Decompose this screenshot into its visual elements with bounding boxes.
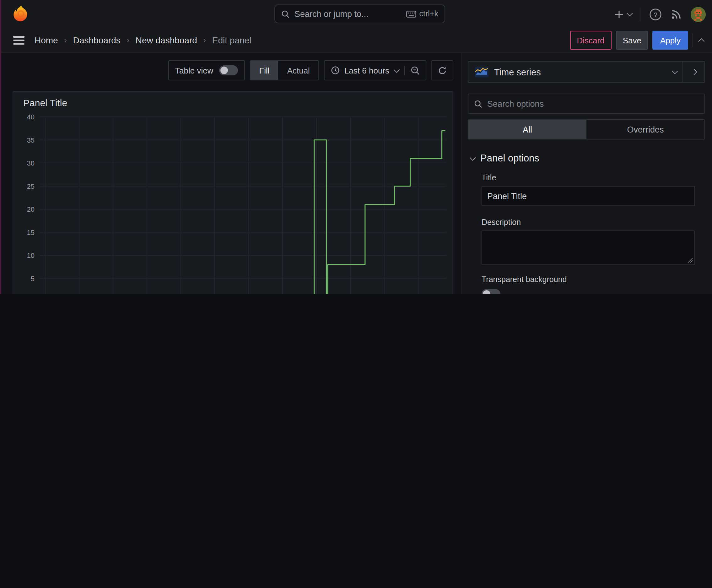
breadcrumb-bar: Home › Dashboards › New dashboard › Edit… <box>0 28 712 53</box>
help-button[interactable]: ? <box>649 8 662 20</box>
fill-actual-segmented: Fill Actual <box>250 60 319 80</box>
table-view-toggle[interactable]: Table view <box>168 60 244 80</box>
time-range-button[interactable]: Last 6 hours <box>325 61 404 80</box>
panel-options-section-header[interactable]: Panel options <box>470 153 705 164</box>
chevron-down-icon <box>470 154 476 161</box>
breadcrumb-edit-panel: Edit panel <box>212 35 252 45</box>
svg-text:20: 20 <box>27 205 35 213</box>
breadcrumb-separator: › <box>203 36 206 45</box>
svg-text:35: 35 <box>27 136 35 144</box>
news-rss-button[interactable] <box>671 8 682 20</box>
transparent-background-switch[interactable] <box>481 289 500 294</box>
breadcrumb-new-dashboard[interactable]: New dashboard <box>136 35 197 45</box>
fill-option[interactable]: Fill <box>250 61 278 80</box>
toggle-pane-button[interactable] <box>683 62 705 82</box>
search-shortcut: ctrl+k <box>419 9 438 18</box>
panel-title-value: Panel Title <box>487 191 527 201</box>
table-view-label: Table view <box>175 66 213 75</box>
options-search-placeholder: Search options <box>487 99 544 108</box>
timeseries-viz-icon <box>475 67 489 77</box>
time-range-label: Last 6 hours <box>344 66 389 75</box>
global-search-input[interactable]: Search or jump to... ctrl+k <box>274 4 445 23</box>
actual-option[interactable]: Actual <box>278 61 319 80</box>
breadcrumb-dashboards[interactable]: Dashboards <box>73 35 121 45</box>
description-label: Description <box>481 218 705 227</box>
all-overrides-tabs: All Overrides <box>468 119 705 140</box>
panel-edit-main: Table view Fill Actual Last 6 hours <box>0 52 461 294</box>
search-icon <box>281 10 289 18</box>
svg-text:40: 40 <box>27 113 35 121</box>
options-search-input[interactable]: Search options <box>468 93 705 114</box>
refresh-icon <box>438 66 447 75</box>
new-menu-button[interactable] <box>615 10 631 19</box>
discard-button[interactable]: Discard <box>570 31 611 50</box>
svg-text:?: ? <box>654 11 657 18</box>
apply-button[interactable]: Apply <box>653 31 688 50</box>
description-textarea[interactable] <box>481 231 695 265</box>
clock-icon <box>331 66 340 75</box>
plus-icon <box>615 10 624 19</box>
panel-title-input[interactable]: Panel Title <box>481 186 695 206</box>
visualization-name: Time series <box>494 67 666 77</box>
visualization-select[interactable]: Time series <box>468 62 683 82</box>
svg-text:5: 5 <box>31 275 35 283</box>
transparent-background-label: Transparent background <box>481 275 705 284</box>
breadcrumb: Home › Dashboards › New dashboard › Edit… <box>35 28 251 52</box>
svg-text:15: 15 <box>27 229 35 236</box>
grafana-edit-panel-screen: Search or jump to... ctrl+k <box>0 0 712 294</box>
resize-handle-icon[interactable] <box>688 257 693 263</box>
save-button[interactable]: Save <box>616 31 648 50</box>
collapse-header-button[interactable] <box>698 38 705 44</box>
chevron-down-icon <box>394 66 400 72</box>
breadcrumb-home[interactable]: Home <box>35 35 58 45</box>
chevron-down-icon <box>627 10 633 16</box>
svg-text:25: 25 <box>27 183 35 190</box>
panel-preview: Panel Title 051015202530354015:3016:0016… <box>13 91 453 294</box>
table-view-switch[interactable] <box>219 65 238 76</box>
timeseries-chart[interactable]: 051015202530354015:3016:0016:3017:0017:3… <box>17 112 450 294</box>
title-label: Title <box>481 173 705 182</box>
breadcrumb-separator: › <box>127 36 129 45</box>
chevron-right-icon <box>691 69 697 75</box>
top-app-bar: Search or jump to... ctrl+k <box>0 0 712 29</box>
tab-overrides[interactable]: Overrides <box>586 120 705 139</box>
menu-toggle-button[interactable] <box>13 36 24 45</box>
svg-text:10: 10 <box>27 252 35 259</box>
search-placeholder: Search or jump to... <box>295 9 401 19</box>
zoom-out-icon <box>411 66 420 75</box>
divider <box>693 33 693 47</box>
panel-view-toolbar: Table view Fill Actual Last 6 hours <box>168 60 453 80</box>
svg-text:30: 30 <box>27 159 35 167</box>
time-range-picker: Last 6 hours <box>324 60 426 80</box>
panel-title: Panel Title <box>13 92 453 108</box>
search-icon <box>474 100 482 108</box>
tab-all[interactable]: All <box>468 120 586 139</box>
grafana-logo-icon[interactable] <box>13 5 29 23</box>
divider <box>640 7 641 21</box>
zoom-out-time-button[interactable] <box>404 66 426 75</box>
panel-options-pane: Time series Search options All Overrides… <box>461 52 712 294</box>
user-avatar[interactable] <box>691 6 706 22</box>
refresh-button[interactable] <box>431 60 453 80</box>
keyboard-icon <box>406 10 416 17</box>
visualization-picker: Time series <box>468 61 705 83</box>
chevron-down-icon <box>672 68 678 74</box>
breadcrumb-separator: › <box>64 36 67 45</box>
window-edge <box>0 0 1 294</box>
panel-options-title: Panel options <box>480 153 539 164</box>
